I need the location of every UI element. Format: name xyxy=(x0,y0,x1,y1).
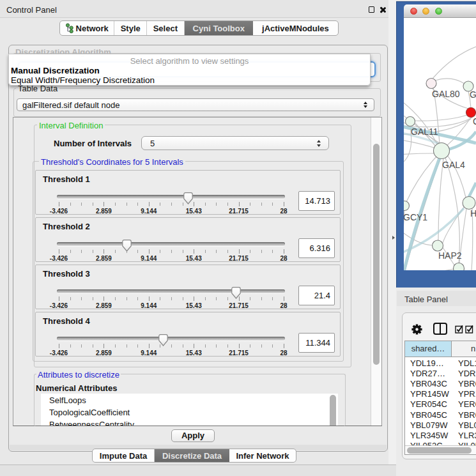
svg-text:H: H xyxy=(470,208,476,219)
svg-text:GAL11: GAL11 xyxy=(411,127,438,137)
svg-text:HAP2: HAP2 xyxy=(438,250,462,261)
svg-text:C: C xyxy=(473,116,476,127)
svg-text:GAL4: GAL4 xyxy=(442,160,465,170)
svg-text:GAL80: GAL80 xyxy=(432,89,460,99)
svg-text:GA: GA xyxy=(470,89,476,100)
svg-text:GCY1: GCY1 xyxy=(404,212,427,222)
